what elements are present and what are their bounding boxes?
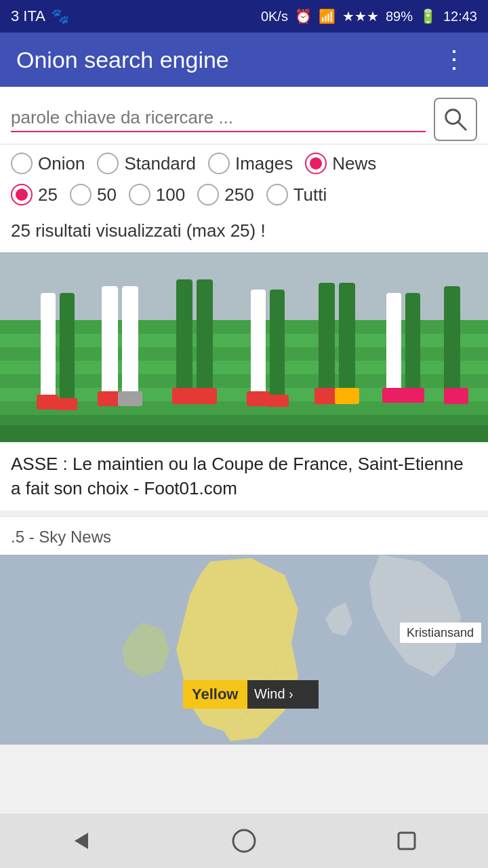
radio-50-circle [70, 184, 92, 205]
radio-25-circle [11, 184, 33, 205]
speed-label: 0K/s [261, 9, 288, 24]
radio-100-circle [129, 184, 150, 205]
search-input[interactable] [11, 107, 426, 128]
search-button[interactable] [434, 98, 477, 141]
results-count: 25 risultati visualizzati (max 25) ! [0, 218, 488, 252]
svg-text:Yellow: Yellow [192, 686, 239, 703]
carrier-label: 3 ITA [11, 7, 45, 25]
back-button[interactable] [54, 821, 108, 861]
weather-map-svg: Kristiansand Yellow Wind › [0, 555, 488, 745]
svg-rect-31 [401, 388, 424, 403]
radio-100-label: 100 [156, 184, 185, 205]
svg-rect-20 [251, 290, 266, 401]
sky-news-section-label: .5 - Sky News [0, 516, 488, 555]
radio-standard-circle [97, 153, 119, 174]
svg-rect-28 [386, 293, 401, 398]
radio-news-label: News [332, 153, 376, 174]
back-icon [68, 827, 95, 854]
time-label: 12:43 [443, 9, 477, 24]
svg-marker-49 [75, 833, 88, 849]
recent-apps-button[interactable] [380, 821, 434, 861]
wifi-icon: 📶 [319, 8, 336, 24]
radio-tutti[interactable]: Tutti [266, 184, 327, 205]
svg-rect-10 [37, 395, 58, 410]
result-count-row: 25 50 100 250 Tutti [11, 184, 477, 205]
radio-onion[interactable]: Onion [11, 153, 85, 174]
svg-rect-35 [0, 425, 488, 442]
radio-images-circle [208, 153, 230, 174]
signal-icon: ★★★ [342, 8, 379, 24]
svg-rect-11 [56, 398, 77, 410]
radio-50-label: 50 [97, 184, 117, 205]
football-title-bar: ASSE : Le maintien ou la Coupe de France… [0, 442, 488, 511]
svg-rect-29 [405, 293, 420, 398]
svg-rect-23 [266, 395, 289, 407]
radio-standard-label: Standard [124, 153, 196, 174]
svg-rect-16 [176, 279, 192, 398]
svg-text:Kristiansand: Kristiansand [407, 626, 474, 639]
search-area [0, 87, 488, 144]
radio-50[interactable]: 50 [70, 184, 117, 205]
football-news-title: ASSE : Le maintien ou la Coupe de France… [11, 452, 477, 501]
svg-rect-19 [192, 388, 217, 404]
news-card-football[interactable]: ASSE : Le maintien ou la Coupe de France… [0, 252, 488, 511]
svg-rect-24 [319, 283, 335, 398]
svg-rect-25 [339, 283, 355, 398]
alarm-icon: ⏰ [295, 8, 312, 24]
search-type-row: Onion Standard Images News [11, 153, 477, 174]
radio-standard[interactable]: Standard [97, 153, 196, 174]
svg-point-50 [233, 830, 255, 852]
football-svg [0, 252, 488, 442]
svg-rect-13 [122, 286, 138, 401]
football-image [0, 252, 488, 442]
search-icon [443, 106, 468, 132]
sky-news-label-text: .5 - Sky News [11, 528, 111, 546]
battery-label: 89% [386, 9, 413, 24]
radio-images-label: Images [235, 153, 293, 174]
radio-25-label: 25 [38, 184, 58, 205]
svg-rect-27 [335, 388, 359, 404]
svg-rect-21 [270, 290, 285, 401]
radio-onion-label: Onion [38, 153, 85, 174]
svg-rect-12 [102, 286, 118, 401]
recent-apps-icon [393, 827, 420, 854]
svg-rect-32 [444, 286, 460, 398]
home-button[interactable] [217, 821, 271, 861]
bottom-nav [0, 814, 488, 868]
radio-25[interactable]: 25 [11, 184, 58, 205]
radio-images[interactable]: Images [208, 153, 293, 174]
svg-rect-15 [118, 391, 142, 406]
radio-news-circle [305, 153, 327, 174]
search-type-section: Onion Standard Images News 25 50 100 [0, 144, 488, 218]
menu-button[interactable]: ⋮ [436, 40, 472, 79]
radio-tutti-label: Tutti [293, 184, 327, 205]
search-input-wrapper [11, 107, 426, 132]
svg-rect-51 [399, 833, 415, 849]
news-list: ASSE : Le maintien ou la Coupe de France… [0, 252, 488, 745]
home-icon [230, 827, 258, 854]
status-right: 0K/s ⏰ 📶 ★★★ 89% 🔋 12:43 [261, 8, 477, 24]
svg-rect-33 [444, 388, 468, 404]
news-card-sky[interactable]: .5 - Sky News Krist [0, 516, 488, 745]
battery-icon: 🔋 [420, 8, 436, 24]
svg-line-1 [458, 122, 466, 130]
radio-100[interactable]: 100 [129, 184, 185, 205]
svg-rect-17 [197, 279, 213, 398]
radio-250-circle [197, 184, 219, 205]
network-icon: 🐾 [51, 7, 69, 25]
status-bar: 3 ITA 🐾 0K/s ⏰ 📶 ★★★ 89% 🔋 12:43 [0, 0, 488, 33]
app-title: Onion search engine [16, 47, 229, 73]
radio-onion-circle [11, 153, 33, 174]
radio-250-label: 250 [224, 184, 253, 205]
sky-news-image: Kristiansand Yellow Wind › [0, 555, 488, 745]
results-count-text: 25 risultati visualizzati (max 25) ! [11, 220, 266, 241]
app-header: Onion search engine ⋮ [0, 33, 488, 87]
svg-rect-8 [41, 293, 56, 401]
status-left: 3 ITA 🐾 [11, 7, 69, 25]
svg-rect-9 [60, 293, 75, 401]
radio-news[interactable]: News [305, 153, 376, 174]
svg-text:Wind ›: Wind › [254, 686, 293, 701]
radio-tutti-circle [266, 184, 288, 205]
radio-250[interactable]: 250 [197, 184, 253, 205]
